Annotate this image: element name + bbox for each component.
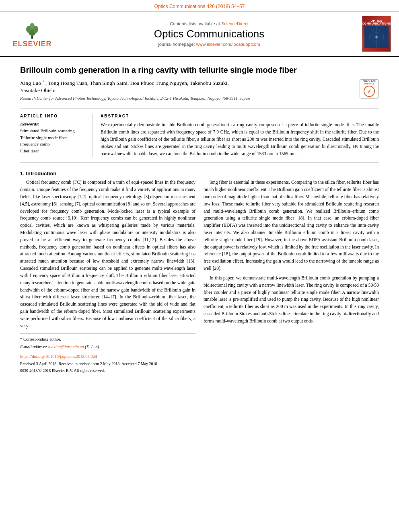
contents-available: Contents lists available at ScienceDirec… [60, 21, 358, 26]
elsevier-tree-icon [22, 20, 42, 40]
elsevier-wordmark: ELSEVIER [12, 40, 51, 48]
doi-area: https://doi.org/10.1016/j.optcom.2018.05… [20, 353, 195, 374]
body-two-col: Optical frequency comb (FC) is composed … [20, 179, 379, 374]
journal-cover: OPTICSCOMMUNICATIONS [362, 16, 391, 52]
abstract-label: ABSTRACT [101, 114, 379, 118]
footnote-area: * Corresponding author. E-mail address: … [20, 333, 195, 350]
check-badge-label: Check forupdates [363, 80, 376, 85]
email-suffix: (X. Luo). [85, 345, 100, 349]
intro-left-para-1: Optical frequency comb (FC) is composed … [20, 179, 195, 329]
journal-citation: Optics Communications 426 (2018) 54–57 [154, 4, 245, 9]
body-left-col: Optical frequency comb (FC) is composed … [20, 179, 195, 374]
check-badge-icon: ✓ [364, 86, 375, 97]
authors-rest: , Tong Hoang Tuan, Than Singh Saini, Hoa… [45, 80, 229, 86]
author-xing-luo: Xing Luo [20, 80, 41, 86]
article-title: Brillouin comb generation in a ring cavi… [20, 65, 379, 75]
intro-heading: 1. Introduction [20, 170, 379, 177]
intro-right-para-2: In this paper, we demonstrate multi-wave… [204, 275, 379, 325]
authors: Xing Luo * , Tong Hoang Tuan, Than Singh… [20, 79, 354, 94]
keywords-label: Keywords: [20, 121, 86, 126]
body-right-col: long fiber is essential in these experim… [204, 179, 379, 374]
svg-point-4 [30, 23, 35, 29]
journal-title-block: Contents lists available at ScienceDirec… [60, 21, 358, 47]
divider-1 [20, 109, 379, 109]
article-info-abstract-row: ARTICLE INFO Keywords: Stimulated Brillo… [20, 114, 379, 157]
abstract-text: We experimentally demonstrate tunable Br… [101, 121, 379, 157]
intro-right-para-1: long fiber is essential in these experim… [204, 179, 379, 272]
authors-row: Xing Luo * , Tong Hoang Tuan, Than Singh… [20, 79, 379, 104]
journal-top-header: Optics Communications 426 (2018) 54–57 [0, 0, 399, 12]
journal-homepage: journal homepage: www.elsevier.com/locat… [60, 42, 358, 47]
copyright: 0030-4018/© 2018 Elsevier B.V. All right… [20, 368, 195, 374]
elsevier-logo: ELSEVIER [8, 20, 56, 48]
science-direct-link[interactable]: ScienceDirect [221, 21, 249, 26]
author-email[interactable]: luoxing@hust.edu.cn [48, 345, 84, 349]
homepage-url[interactable]: www.elsevier.com/locate/optcom [196, 42, 260, 47]
doi-link[interactable]: https://doi.org/10.1016/j.optcom.2018.05… [20, 354, 97, 359]
author-yasutake: Yasutake Ohishi [20, 87, 56, 93]
cover-title: OPTICSCOMMUNICATIONS [362, 19, 391, 25]
keyword-2: Tellurite single mode fiber [20, 134, 86, 141]
abstract-panel: ABSTRACT We experimentally demonstrate t… [101, 114, 379, 157]
cover-image [364, 26, 389, 48]
corresponding-note: * Corresponding author. [20, 336, 195, 343]
article-main: Brillouin comb generation in a ring cavi… [0, 57, 399, 382]
keyword-1: Stimulated Brillouin scattering [20, 127, 86, 134]
email-line: E-mail address: luoxing@hust.edu.cn (X. … [20, 344, 195, 350]
divider-2 [20, 162, 379, 162]
journal-name: Optics Communications [60, 28, 358, 40]
publisher-row: ELSEVIER Contents lists available at Sci… [0, 12, 399, 57]
article-info-panel: ARTICLE INFO Keywords: Stimulated Brillo… [20, 114, 93, 157]
email-label: E-mail address: [20, 345, 47, 349]
received-dates: Received 3 April 2018; Received in revis… [20, 361, 195, 367]
affiliation: Research Center for Advanced Photon Tech… [20, 96, 354, 101]
article-info-label: ARTICLE INFO [20, 114, 86, 118]
check-for-updates-badge: Check forupdates ✓ [360, 79, 379, 99]
keyword-3: Frequency comb [20, 141, 86, 148]
introduction-section: 1. Introduction Optical frequency comb (… [20, 170, 379, 374]
corresponding-star: * [43, 80, 44, 86]
keyword-4: Fiber laser [20, 148, 86, 154]
authors-block: Xing Luo * , Tong Hoang Tuan, Than Singh… [20, 79, 354, 104]
